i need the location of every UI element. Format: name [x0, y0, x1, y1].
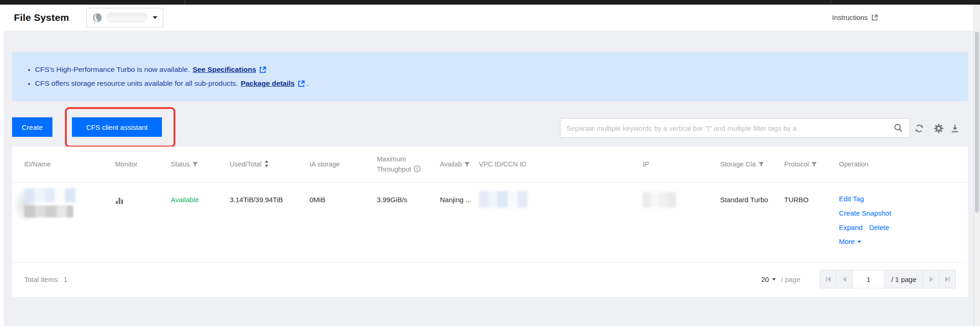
see-specifications-link[interactable]: See Specifications — [193, 65, 256, 74]
cell-ip-redacted — [643, 195, 720, 208]
tab-divider — [831, 0, 831, 5]
column-header-ia-storage: IA storage — [309, 160, 377, 169]
external-link-icon[interactable] — [259, 66, 267, 74]
page-number-input[interactable] — [852, 270, 885, 288]
caret-down-icon — [772, 278, 776, 281]
search-icon[interactable] — [893, 123, 903, 133]
previous-page-icon — [841, 276, 848, 282]
column-header-availability-zone[interactable]: Availab — [440, 160, 479, 169]
expand-link[interactable]: Expand — [839, 223, 863, 233]
bullet-icon: • — [28, 66, 30, 74]
more-link[interactable]: More — [839, 237, 855, 247]
column-header-protocol[interactable]: Protocol — [784, 160, 839, 169]
scrollbar-thumb[interactable] — [975, 32, 979, 212]
status-badge: Available — [171, 196, 199, 204]
globe-icon — [92, 13, 103, 23]
page-title: File System — [14, 12, 69, 23]
edit-tag-link[interactable]: Edit Tag — [839, 194, 951, 204]
bullet-icon: • — [28, 80, 30, 88]
next-page-button[interactable] — [923, 270, 940, 288]
filter-icon[interactable] — [811, 161, 817, 167]
instructions-link[interactable]: Instructions — [832, 13, 878, 21]
filter-icon[interactable] — [758, 161, 764, 167]
tab-divider — [185, 0, 185, 5]
vpc-id-redacted — [479, 191, 528, 208]
refresh-icon[interactable] — [914, 123, 924, 134]
sort-icon[interactable] — [264, 160, 269, 167]
external-link-icon — [871, 14, 878, 21]
ip-redacted — [643, 192, 676, 208]
cell-used-total: 3.14TiB/39.94TiB — [230, 195, 309, 205]
notice-suffix: . — [307, 79, 309, 88]
next-page-icon — [928, 276, 935, 282]
cell-storage-class: Standard Turbo — [720, 195, 784, 205]
column-header-status[interactable]: Status — [171, 160, 230, 169]
column-header-operation: Operation — [839, 160, 956, 169]
pagination-controls: / 1 page — [820, 270, 956, 288]
create-button[interactable]: Create — [12, 117, 52, 137]
column-header-storage-class[interactable]: Storage Cla — [720, 160, 784, 169]
cell-protocol: TURBO — [784, 195, 839, 205]
cell-operation: Edit Tag Create Snapshot Expand Delete M… — [839, 195, 956, 247]
cell-status: Available — [171, 195, 230, 205]
total-items-value: 1 — [64, 275, 67, 283]
package-details-link[interactable]: Package details — [241, 79, 295, 88]
table-footer: Total items: 1 20 / page / 1 — [12, 262, 968, 296]
file-system-id-redacted — [24, 188, 76, 202]
region-selector[interactable] — [86, 8, 163, 27]
column-header-ip: IP — [643, 160, 720, 169]
filter-icon[interactable] — [464, 161, 470, 167]
column-header-monitor: Monitor — [115, 160, 171, 169]
delete-link[interactable]: Delete — [869, 223, 889, 233]
screen: File System Instructions • CFS's High-Pe… — [0, 0, 980, 326]
instructions-label: Instructions — [832, 13, 868, 21]
column-header-id-name: ID/Name — [24, 160, 115, 169]
cell-monitor[interactable] — [115, 195, 171, 208]
first-page-button[interactable] — [820, 270, 837, 288]
browser-top-bar — [0, 0, 980, 5]
cell-ia-storage: 0MiB — [309, 195, 377, 205]
notice-text: CFS offers storage resource units availa… — [35, 79, 238, 88]
total-items-label: Total items: — [24, 275, 59, 283]
total-pages-label: / 1 page — [884, 270, 923, 288]
notice-text: CFS's High-Performance Turbo is now avai… — [35, 65, 190, 74]
column-header-max-throughput: Maximum Throughput — [377, 154, 440, 174]
external-link-icon[interactable] — [297, 80, 305, 88]
more-dropdown[interactable]: More — [839, 237, 951, 247]
caret-down-icon — [858, 241, 861, 243]
cell-vpc-id-redacted — [479, 195, 643, 208]
filter-icon[interactable] — [192, 161, 198, 167]
page-header: File System Instructions — [0, 5, 980, 31]
monitor-bar-chart-icon[interactable] — [115, 196, 124, 205]
cell-max-throughput: 3.99GiB/s — [377, 195, 440, 205]
first-page-icon — [825, 276, 832, 282]
notice-banner: • CFS's High-Performance Turbo is now av… — [12, 52, 968, 101]
total-items: Total items: 1 — [24, 275, 67, 283]
vertical-scrollbar[interactable] — [974, 5, 980, 326]
page-size-value: 20 — [761, 275, 769, 283]
region-name-redacted — [106, 13, 148, 23]
create-snapshot-link[interactable]: Create Snapshot — [839, 208, 951, 218]
download-icon[interactable] — [950, 123, 960, 134]
info-icon[interactable] — [413, 165, 421, 173]
cell-availability-zone: Nanjing ... — [440, 195, 479, 205]
file-system-name-redacted — [24, 205, 73, 217]
previous-page-button[interactable] — [836, 270, 853, 288]
notice-item: • CFS offers storage resource units avai… — [28, 79, 968, 88]
last-page-button[interactable] — [939, 270, 956, 288]
cfs-client-assistant-button[interactable]: CFS client assistant — [72, 117, 162, 137]
page-size-selector[interactable]: 20 / page — [761, 275, 800, 283]
per-page-label: / page — [781, 275, 800, 283]
column-header-vpc-ccn-id: VPC ID/CCN ID — [479, 160, 643, 169]
search-input[interactable] — [560, 118, 910, 138]
file-system-table: ID/Name Monitor Status Used/Total IA sto… — [12, 147, 968, 297]
cell-id-name-redacted[interactable] — [24, 188, 115, 217]
last-page-icon — [944, 276, 951, 282]
column-header-used-total[interactable]: Used/Total — [230, 160, 309, 169]
caret-down-icon — [153, 16, 157, 19]
settings-gear-icon[interactable] — [934, 123, 944, 134]
table-row: Available 3.14TiB/39.94TiB 0MiB 3.99GiB/… — [12, 183, 968, 262]
notice-item: • CFS's High-Performance Turbo is now av… — [28, 65, 968, 74]
table-header-row: ID/Name Monitor Status Used/Total IA sto… — [12, 147, 968, 183]
